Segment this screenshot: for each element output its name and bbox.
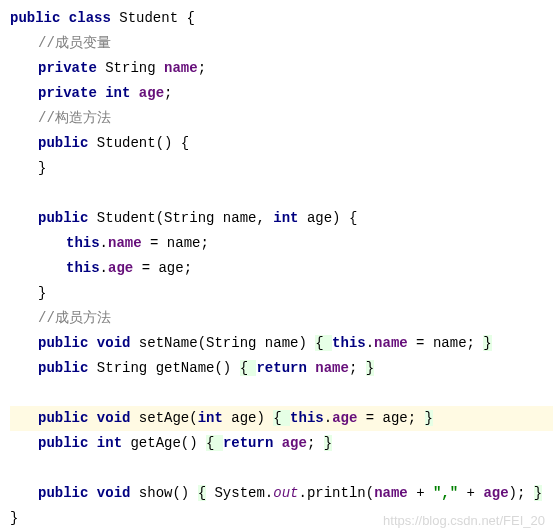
keyword-return: return xyxy=(256,360,306,376)
keyword-public: public xyxy=(38,435,88,451)
code-line: //成员变量 xyxy=(10,31,553,56)
field-name: name xyxy=(108,235,142,251)
field-age: age xyxy=(332,410,357,426)
highlight: { xyxy=(198,485,206,501)
text: age) xyxy=(223,410,273,426)
dot: . xyxy=(100,235,108,251)
highlight: } xyxy=(534,485,542,501)
semicolon: ; xyxy=(198,60,206,76)
field-age: age xyxy=(483,485,508,501)
brace: { xyxy=(178,10,195,26)
keyword-public: public xyxy=(38,210,88,226)
code-line: } xyxy=(10,281,553,306)
code-block: public class Student { //成员变量 private St… xyxy=(10,6,553,528)
keyword-int: int xyxy=(273,210,298,226)
plus: + xyxy=(408,485,433,501)
text: = age; xyxy=(133,260,192,276)
highlight: } xyxy=(324,435,332,451)
text: age) { xyxy=(298,210,357,226)
comment: //成员变量 xyxy=(38,35,111,51)
keyword-void: void xyxy=(97,335,131,351)
code-line: public void show() { System.out.println(… xyxy=(10,481,553,506)
highlight: } xyxy=(366,360,374,376)
text: = age; xyxy=(357,410,424,426)
highlight: { xyxy=(273,410,290,426)
dot: . xyxy=(324,410,332,426)
code-line: this.name = name; xyxy=(10,231,553,256)
keyword-public: public xyxy=(38,360,88,376)
code-line: } xyxy=(10,156,553,181)
highlight: { xyxy=(240,360,257,376)
dot: . xyxy=(366,335,374,351)
code-line: } xyxy=(10,506,553,528)
code-line: //成员方法 xyxy=(10,306,553,331)
method-getname: String getName() xyxy=(97,360,240,376)
field-age: age xyxy=(108,260,133,276)
method-getage: getAge() xyxy=(130,435,206,451)
keyword-void: void xyxy=(97,485,131,501)
highlight: { xyxy=(315,335,332,351)
brace: } xyxy=(10,510,18,526)
plus: + xyxy=(458,485,483,501)
code-line: public Student() { xyxy=(10,131,553,156)
keyword-void: void xyxy=(97,410,131,426)
code-line-highlighted: public void setAge(int age) { this.age =… xyxy=(10,406,553,431)
keyword-this: this xyxy=(66,235,100,251)
field-age: age xyxy=(139,85,164,101)
code-line: public Student(String name, int age) { xyxy=(10,206,553,231)
brace: } xyxy=(38,160,46,176)
code-line: public class Student { xyxy=(10,6,553,31)
method-setage: setAge( xyxy=(139,410,198,426)
comment: //构造方法 xyxy=(38,110,111,126)
static-out: out xyxy=(273,485,298,501)
dot: . xyxy=(100,260,108,276)
code-line-blank xyxy=(10,381,553,406)
keyword-int: int xyxy=(105,85,130,101)
code-line: public void setName(String name) { this.… xyxy=(10,331,553,356)
keyword-this: this xyxy=(332,335,366,351)
space xyxy=(273,435,281,451)
text: System. xyxy=(206,485,273,501)
code-line-blank xyxy=(10,456,553,481)
field-name: name xyxy=(164,60,198,76)
field-name: name xyxy=(374,335,408,351)
code-line: private int age; xyxy=(10,81,553,106)
constructor-sig: Student(String name, xyxy=(97,210,273,226)
semicolon: ; xyxy=(164,85,172,101)
text: .println( xyxy=(299,485,375,501)
comment: //成员方法 xyxy=(38,310,111,326)
text: = name; xyxy=(142,235,209,251)
constructor: Student() { xyxy=(97,135,189,151)
class-name: Student xyxy=(119,10,178,26)
keyword-int: int xyxy=(198,410,223,426)
keyword-class: class xyxy=(69,10,111,26)
keyword-private: private xyxy=(38,85,97,101)
type: String xyxy=(105,60,164,76)
field-age: age xyxy=(282,435,307,451)
code-line: private String name; xyxy=(10,56,553,81)
keyword-public: public xyxy=(38,410,88,426)
field-name: name xyxy=(315,360,349,376)
text: ; xyxy=(307,435,324,451)
keyword-public: public xyxy=(38,485,88,501)
text: ; xyxy=(349,360,366,376)
field-name: name xyxy=(374,485,408,501)
keyword-public: public xyxy=(38,335,88,351)
brace: } xyxy=(38,285,46,301)
code-line: public String getName() { return name; } xyxy=(10,356,553,381)
keyword-public: public xyxy=(10,10,60,26)
keyword-return: return xyxy=(223,435,273,451)
code-line: //构造方法 xyxy=(10,106,553,131)
highlight: } xyxy=(483,335,491,351)
code-line: public int getAge() { return age; } xyxy=(10,431,553,456)
code-line: this.age = age; xyxy=(10,256,553,281)
method-setname: setName(String name) xyxy=(139,335,315,351)
text: = name; xyxy=(408,335,484,351)
keyword-private: private xyxy=(38,60,97,76)
string-literal: "," xyxy=(433,485,458,501)
highlight: } xyxy=(425,410,433,426)
keyword-int: int xyxy=(97,435,122,451)
code-line-blank xyxy=(10,181,553,206)
text: ); xyxy=(509,485,534,501)
keyword-this: this xyxy=(290,410,324,426)
